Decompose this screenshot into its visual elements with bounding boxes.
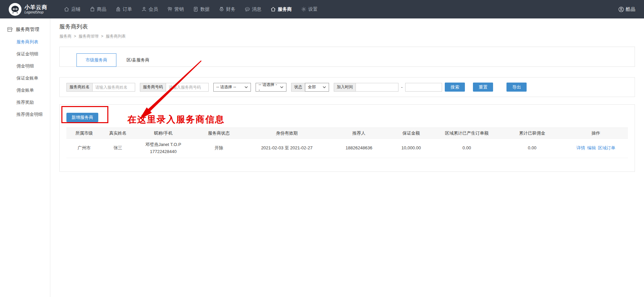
breadcrumb: 服务商>服务商管理>服务商列表	[59, 34, 635, 39]
primary-nav: 店铺 商品 订单 会员 营销 数据 财务 消息 服务商 设置	[64, 6, 618, 12]
status-group: 状态 全部	[291, 83, 329, 92]
top-navbar: 小羊云商 LegendShop 店铺 商品 订单 会员 营销 数据 财务 消息	[0, 0, 644, 18]
column-header: 保证金额	[389, 128, 433, 139]
sidebar-item-deposit-detail[interactable]: 保证金明细	[0, 48, 50, 60]
brand-subtitle: LegendShop	[24, 10, 47, 14]
nav-item-messages[interactable]: 消息	[245, 6, 261, 12]
sidebar-item-commission-bill[interactable]: 佣金账单	[0, 84, 50, 96]
tab-district-provider[interactable]: 区/县服务商	[116, 54, 160, 66]
edit-link[interactable]: 编辑	[587, 145, 596, 150]
nickname: 邓璧燕Janet T.O.P	[134, 141, 193, 148]
column-header: 真实姓名	[102, 128, 133, 139]
join-time-group: 加入时间	[334, 83, 398, 92]
sidebar-item-referral-commission-detail[interactable]: 推荐佣金明细	[0, 108, 50, 120]
column-header: 昵称/手机	[134, 128, 193, 139]
filter-select-2[interactable]: -- 请选择 --	[256, 83, 286, 92]
provider-table: 所属市级 真实姓名 昵称/手机 服务商状态 身份有效期 推荐人 保证金额 区域累…	[66, 128, 628, 158]
marketing-balloons-icon	[167, 6, 173, 12]
sheep-logo-icon	[9, 3, 21, 16]
chevron-down-icon	[280, 86, 283, 88]
status-select[interactable]: 全部	[305, 83, 329, 92]
cell-status: 开除	[193, 139, 245, 158]
main-content: 服务商列表 服务商>服务商管理>服务商列表 市级服务商 区/县服务商 服务商姓名…	[50, 18, 644, 297]
cell-actions: 详情编辑区域订单	[564, 139, 628, 158]
cell-validity: 2021-02-03 至 2021-02-27	[245, 139, 328, 158]
sidebar: 服务商管理 服务商列表 保证金明细 佣金明细 保证金账单 佣金账单 推荐奖励 推…	[0, 18, 50, 297]
sidebar-item-provider-list[interactable]: 服务商列表	[0, 36, 50, 48]
tab-city-provider[interactable]: 市级服务商	[76, 53, 116, 67]
breadcrumb-provider-management[interactable]: 服务商管理	[78, 34, 99, 39]
order-bag-icon	[115, 6, 121, 12]
sidebar-section-label: 服务商管理	[16, 27, 39, 33]
user-name: 酷品	[626, 6, 635, 12]
message-bubble-icon	[245, 6, 250, 12]
nav-item-members[interactable]: 会员	[141, 6, 158, 12]
provider-table-panel: 新增服务商 所属市级 真实姓名 昵称/手机 服务商状态 身份有效期 推荐人 保证…	[59, 104, 635, 172]
join-time-label: 加入时间	[334, 83, 356, 92]
nav-item-goods[interactable]: 商品	[90, 6, 106, 12]
user-icon	[618, 6, 624, 12]
export-button[interactable]: 导出	[506, 83, 527, 92]
tab-strip: 市级服务商 区/县服务商	[59, 47, 635, 67]
sidebar-item-commission-detail[interactable]: 佣金明细	[0, 60, 50, 72]
breadcrumb-separator: >	[101, 34, 103, 39]
cell-real-name: 张三	[102, 139, 133, 158]
column-header: 服务商状态	[193, 128, 245, 139]
filter-select-1[interactable]: -- 请选择 --	[213, 83, 251, 92]
cell-city: 广州市	[66, 139, 102, 158]
goods-bag-icon	[90, 6, 95, 12]
column-header: 推荐人	[329, 128, 389, 139]
column-header: 累计已获佣金	[500, 128, 564, 139]
phone: 17722428440	[134, 148, 193, 155]
nav-item-provider[interactable]: 服务商	[270, 6, 292, 12]
provider-name-input[interactable]	[92, 83, 135, 92]
date-range-separator: -	[401, 85, 402, 90]
region-order-link[interactable]: 区域订单	[598, 145, 615, 150]
breadcrumb-current: 服务商列表	[106, 34, 126, 39]
page-title: 服务商列表	[59, 23, 635, 31]
sidebar-item-referral-reward[interactable]: 推荐奖励	[0, 96, 50, 108]
table-row: 广州市 张三 邓璧燕Janet T.O.P 17722428440 开除 202…	[66, 139, 628, 158]
nav-item-data[interactable]: 数据	[193, 6, 210, 12]
provider-name-label: 服务商姓名	[66, 83, 92, 92]
table-header-row: 所属市级 真实姓名 昵称/手机 服务商状态 身份有效期 推荐人 保证金额 区域累…	[66, 128, 628, 139]
detail-link[interactable]: 详情	[577, 145, 585, 150]
column-header: 所属市级	[66, 128, 102, 139]
provider-number-label: 服务商号码	[140, 83, 166, 92]
add-provider-button[interactable]: 新增服务商	[66, 113, 98, 122]
breadcrumb-provider[interactable]: 服务商	[59, 34, 71, 39]
brand-logo: 小羊云商 LegendShop	[9, 3, 58, 16]
provider-number-input[interactable]	[166, 83, 209, 92]
user-menu[interactable]: 酷品	[618, 6, 635, 12]
chevron-down-icon	[323, 86, 326, 88]
nav-item-shop[interactable]: 店铺	[64, 6, 80, 12]
sidebar-item-deposit-bill[interactable]: 保证金账单	[0, 72, 50, 84]
join-time-from-input[interactable]	[356, 83, 398, 92]
cell-region-order-amount: 0.00	[433, 139, 500, 158]
cell-deposit: 10,000.00	[389, 139, 433, 158]
search-button[interactable]: 搜索	[445, 83, 465, 92]
member-icon	[141, 6, 147, 12]
sidebar-section-provider-management[interactable]: 服务商管理	[0, 24, 50, 35]
data-doc-icon	[193, 6, 199, 12]
settings-gear-icon	[301, 6, 307, 12]
chevron-down-icon	[245, 86, 248, 88]
nav-item-settings[interactable]: 设置	[301, 6, 318, 12]
brand-name: 小羊云商	[24, 4, 47, 10]
nav-item-marketing[interactable]: 营销	[167, 6, 184, 12]
home-icon	[64, 6, 69, 12]
status-label: 状态	[291, 83, 305, 92]
reset-button[interactable]: 重置	[473, 83, 493, 92]
column-header: 身份有效期	[245, 128, 328, 139]
filter-bar: 服务商姓名 服务商号码 -- 请选择 -- -- 请选择 -- 状态 全部	[59, 77, 635, 97]
provider-home-icon	[270, 6, 276, 12]
join-time-to-input[interactable]	[405, 83, 442, 92]
breadcrumb-separator: >	[74, 34, 76, 39]
nav-item-finance[interactable]: 财务	[219, 6, 235, 12]
provider-name-group: 服务商姓名	[66, 83, 135, 92]
cell-referrer: 18826248636	[329, 139, 389, 158]
cell-nickname-phone: 邓璧燕Janet T.O.P 17722428440	[134, 139, 193, 158]
nav-item-orders[interactable]: 订单	[115, 6, 132, 12]
cell-commission: 0.00	[500, 139, 564, 158]
storefront-icon	[7, 27, 13, 33]
